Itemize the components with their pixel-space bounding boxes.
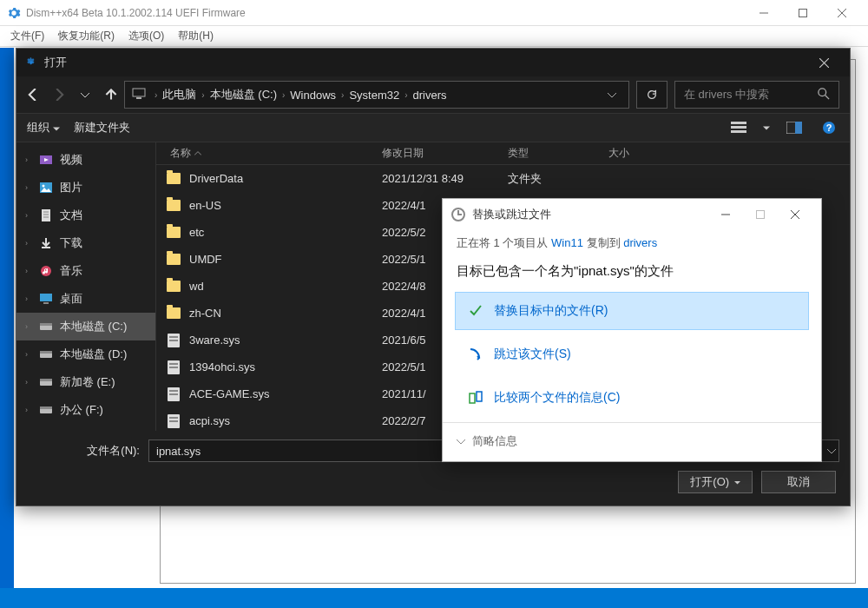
svg-rect-18	[43, 302, 49, 304]
maximize-button[interactable]	[783, 1, 822, 25]
brief-info-toggle[interactable]: 简略信息	[443, 422, 821, 461]
documents-icon	[39, 208, 53, 222]
menu-help[interactable]: 帮助(H)	[178, 29, 214, 43]
pc-icon	[132, 88, 146, 102]
sidebar-item-label: 本地磁盘 (D:)	[60, 347, 127, 362]
disk-icon	[39, 320, 53, 334]
compare-option[interactable]: 比较两个文件的信息(C)	[455, 379, 809, 417]
up-button[interactable]	[105, 89, 117, 101]
sidebar-item[interactable]: ›音乐	[16, 257, 155, 285]
folder-icon	[165, 227, 182, 238]
dst-link[interactable]: drivers	[623, 236, 657, 249]
file-name: en-US	[189, 199, 382, 212]
cancel-button[interactable]: 取消	[761, 471, 836, 493]
crumb-dropdown[interactable]	[602, 89, 621, 102]
preview-pane-button[interactable]	[784, 117, 805, 138]
conflict-maximize[interactable]	[743, 202, 778, 227]
file-name: UMDF	[189, 253, 382, 266]
sidebar-item[interactable]: ›办公 (F:)	[16, 396, 155, 424]
recent-dropdown[interactable]	[79, 89, 91, 101]
svg-rect-15	[42, 209, 50, 221]
header-date[interactable]: 修改日期	[382, 146, 508, 161]
forward-button[interactable]	[53, 89, 65, 101]
svg-rect-26	[40, 406, 52, 409]
sidebar-item[interactable]: ›图片	[16, 174, 155, 202]
conflict-title: 替换或跳过文件	[472, 207, 701, 222]
dialog-titlebar: 打开	[16, 49, 850, 76]
sidebar-item-label: 桌面	[60, 291, 82, 307]
svg-point-4	[819, 88, 826, 96]
minimize-button[interactable]	[744, 1, 783, 25]
header-type[interactable]: 类型	[508, 146, 608, 161]
view-mode-button[interactable]	[728, 117, 749, 138]
skip-option[interactable]: 跳过该文件(S)	[455, 335, 809, 373]
chevron-down-icon[interactable]	[763, 124, 770, 131]
back-button[interactable]	[27, 89, 39, 101]
skip-icon	[468, 347, 483, 362]
sidebar-item-label: 下载	[60, 235, 82, 251]
menu-restore[interactable]: 恢复功能(R)	[58, 29, 115, 43]
sidebar-item[interactable]: ›桌面	[16, 285, 155, 313]
header-name[interactable]: 名称	[156, 146, 382, 161]
conflict-dialog: 替换或跳过文件 正在将 1 个项目从 Win11 复制到 drivers 目标已…	[442, 198, 822, 462]
breadcrumb[interactable]: › 此电脑› 本地磁盘 (C:)› Windows› System32› dri…	[124, 81, 629, 109]
chevron-down-icon	[457, 437, 465, 446]
sidebar-item[interactable]: ›文档	[16, 202, 155, 229]
column-headers: 名称 修改日期 类型 大小	[156, 142, 850, 165]
sidebar: ›视频›图片›文档›下载›音乐›桌面›本地磁盘 (C:)›本地磁盘 (D:)›新…	[16, 142, 155, 431]
crumb-1[interactable]: 本地磁盘 (C:)	[210, 87, 277, 102]
close-button[interactable]	[822, 1, 861, 25]
sidebar-item[interactable]: ›下载	[16, 229, 155, 257]
src-link[interactable]: Win11	[551, 236, 583, 249]
file-name: ACE-GAME.sys	[189, 387, 382, 400]
disk-icon	[39, 375, 53, 389]
disk-icon	[39, 347, 53, 361]
organize-menu[interactable]: 组织	[27, 120, 60, 135]
open-button[interactable]: 打开(O)	[678, 471, 753, 493]
conflict-minimize[interactable]	[708, 202, 743, 227]
dialog-title: 打开	[44, 55, 799, 70]
new-folder-button[interactable]: 新建文件夹	[74, 120, 130, 135]
file-icon	[165, 360, 182, 374]
file-name: wd	[189, 280, 382, 293]
chevron-down-icon[interactable]	[827, 446, 836, 455]
crumb-0[interactable]: 此电脑	[162, 87, 196, 102]
search-input[interactable]: 在 drivers 中搜索	[674, 81, 839, 109]
menu-file[interactable]: 文件(F)	[10, 29, 44, 43]
nav-bar: › 此电脑› 本地磁盘 (C:)› Windows› System32› dri…	[16, 76, 850, 113]
file-row[interactable]: DriverData2021/12/31 8:49文件夹	[156, 165, 850, 192]
sidebar-item[interactable]: ›本地磁盘 (D:)	[16, 340, 155, 368]
svg-rect-28	[470, 393, 475, 403]
replace-option[interactable]: 替换目标中的文件(R)	[455, 292, 809, 330]
file-name: zh-CN	[189, 307, 382, 320]
search-placeholder: 在 drivers 中搜索	[684, 87, 769, 102]
crumb-3[interactable]: System32	[349, 89, 399, 102]
accent-strip	[0, 48, 14, 588]
crumb-2[interactable]: Windows	[290, 89, 336, 102]
header-size[interactable]: 大小	[608, 146, 850, 161]
refresh-button[interactable]	[636, 81, 667, 109]
sidebar-item[interactable]: ›视频	[16, 146, 155, 174]
main-titlebar: Dism++x64 Beta 10.1.2002.114 UEFI Firmwa…	[0, 0, 868, 26]
folder-icon	[165, 281, 182, 292]
folder-icon	[165, 200, 182, 211]
file-name: 3ware.sys	[189, 334, 382, 347]
conflict-copy-line: 正在将 1 个项目从 Win11 复制到 drivers	[443, 230, 821, 260]
clock-icon	[451, 208, 465, 221]
sidebar-item-label: 办公 (F:)	[60, 402, 103, 418]
sidebar-item-label: 新加卷 (E:)	[60, 374, 115, 390]
sidebar-item-label: 本地磁盘 (C:)	[60, 319, 127, 334]
sidebar-item[interactable]: ›本地磁盘 (C:)	[16, 313, 155, 340]
dialog-close-button[interactable]	[806, 49, 841, 76]
crumb-4[interactable]: drivers	[413, 89, 447, 102]
sidebar-item[interactable]: ›新加卷 (E:)	[16, 368, 155, 396]
taskbar	[0, 588, 868, 608]
conflict-close[interactable]	[778, 202, 812, 227]
file-type: 文件夹	[508, 171, 608, 187]
sidebar-item-label: 文档	[60, 208, 82, 223]
file-date: 2021/12/31 8:49	[382, 172, 508, 185]
svg-rect-2	[133, 89, 145, 96]
svg-rect-9	[795, 122, 802, 134]
menu-options[interactable]: 选项(O)	[128, 29, 164, 43]
help-button[interactable]: ?	[819, 117, 839, 138]
